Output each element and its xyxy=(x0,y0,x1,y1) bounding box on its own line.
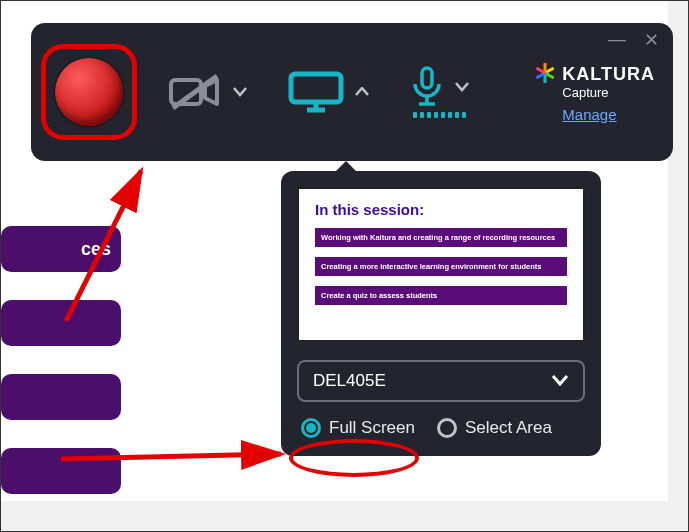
recorder-toolbar: — ✕ xyxy=(31,23,673,161)
annotation-arrow xyxy=(46,151,186,335)
preview-title: In this session: xyxy=(315,201,567,218)
close-button[interactable]: ✕ xyxy=(644,29,659,51)
chevron-down-icon xyxy=(551,371,569,391)
preview-bullet: Create a quiz to assess students xyxy=(315,286,567,305)
mode-full-screen[interactable]: Full Screen xyxy=(301,418,415,438)
microphone-icon xyxy=(409,66,445,108)
annotation-circle xyxy=(289,439,419,477)
radio-selected-icon xyxy=(301,418,321,438)
chevron-down-icon xyxy=(455,82,469,92)
brand-name: KALTURA xyxy=(562,64,655,85)
record-button-highlight xyxy=(41,44,137,140)
screen-source-select[interactable]: DEL405E xyxy=(297,360,585,402)
camera-off-icon xyxy=(167,72,223,112)
brand-block: KALTURA Capture Manage xyxy=(534,62,655,123)
svg-rect-5 xyxy=(422,68,432,88)
mic-level-bars xyxy=(413,112,466,118)
manage-link[interactable]: Manage xyxy=(562,106,616,123)
chevron-down-icon xyxy=(233,87,247,97)
screen-source-value: DEL405E xyxy=(313,371,386,391)
svg-rect-2 xyxy=(291,74,341,102)
radio-unselected-icon xyxy=(437,418,457,438)
chevron-up-icon xyxy=(355,87,369,97)
preview-bullet: Creating a more interactive learning env… xyxy=(315,257,567,276)
monitor-icon xyxy=(287,70,345,114)
window-controls: — ✕ xyxy=(608,29,659,51)
preview-bullet: Working with Kaltura and creating a rang… xyxy=(315,228,567,247)
mode-label: Full Screen xyxy=(329,418,415,438)
camera-toggle[interactable] xyxy=(167,72,247,112)
brand-subtitle: Capture xyxy=(562,85,655,100)
minimize-button[interactable]: — xyxy=(608,29,626,51)
screen-source-panel: In this session: Working with Kaltura an… xyxy=(281,171,601,456)
record-button[interactable] xyxy=(55,58,123,126)
mode-label: Select Area xyxy=(465,418,552,438)
kaltura-logo-icon xyxy=(534,62,556,87)
mode-select-area[interactable]: Select Area xyxy=(437,418,552,438)
capture-mode-group: Full Screen Select Area xyxy=(297,418,585,438)
bg-bar xyxy=(1,374,121,420)
svg-line-9 xyxy=(61,454,281,459)
svg-line-8 xyxy=(66,171,141,321)
screen-preview: In this session: Working with Kaltura an… xyxy=(297,187,585,342)
screen-toggle[interactable] xyxy=(287,70,369,114)
mic-toggle[interactable] xyxy=(409,66,469,118)
annotation-arrow xyxy=(56,441,296,475)
